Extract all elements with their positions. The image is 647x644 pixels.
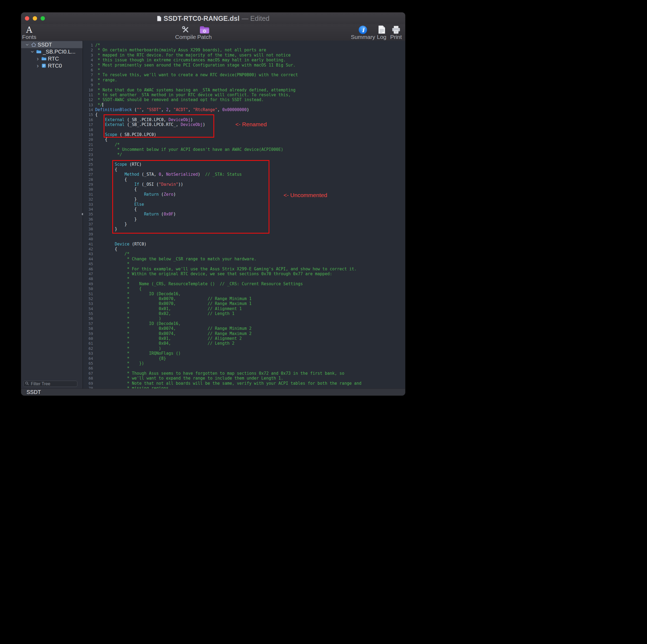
- line-number: 61: [83, 341, 93, 346]
- line-number: 15: [83, 112, 93, 117]
- code-line: * 0x0070, // Range Maximum 1: [95, 301, 405, 306]
- chevron-right-icon[interactable]: ›: [36, 64, 40, 68]
- line-number: 44: [83, 257, 93, 261]
- line-number: 5: [83, 63, 93, 68]
- code-line: * On certain motherboards(mainly Asus X2…: [95, 48, 405, 53]
- sidebar-item-label: _SB.PCI0.L...: [43, 49, 75, 55]
- line-number: 7: [83, 72, 93, 77]
- chevron-down-icon[interactable]: ›: [30, 50, 34, 54]
- line-number: 23: [83, 152, 93, 157]
- filter-tree-input[interactable]: [30, 381, 75, 387]
- line-number: 12: [83, 97, 93, 102]
- sidebar-item-rtc[interactable]: ›RTC: [21, 55, 82, 62]
- line-number: 22: [83, 147, 93, 152]
- code-line: * 0x04, // Length 2: [95, 341, 405, 346]
- line-number: 33: [83, 202, 93, 207]
- code-line: * 0x02, // Length 1: [95, 311, 405, 316]
- code-line: External (_SB_.PCI0.LPC0.RTC_, DeviceObj…: [95, 122, 405, 127]
- code-line: {: [95, 112, 405, 117]
- code-line: /*: [95, 251, 405, 256]
- line-number: 67: [83, 371, 93, 376]
- sidebar-item-sb-pci0-l[interactable]: ›_SB.PCI0.L...: [21, 48, 82, 55]
- code-lines: /* * On certain motherboards(mainly Asus…: [95, 43, 405, 389]
- log-button[interactable]: Log: [377, 25, 386, 40]
- code-line: * we'll want to expand the range to incl…: [95, 376, 405, 381]
- line-number: 21: [83, 142, 93, 147]
- line-number: 9: [83, 82, 93, 87]
- code-line: {: [95, 207, 405, 212]
- titlebar[interactable]: SSDT-RTC0-RANGE.dsl — Edited: [21, 12, 405, 25]
- line-number: 63: [83, 351, 93, 356]
- code-line: * 0x0070, // Range Minimum 1: [95, 296, 405, 301]
- code-line: * {8}: [95, 356, 405, 361]
- compile-tools-icon: [181, 25, 190, 34]
- line-number: 50: [83, 286, 93, 291]
- code-line: *: [95, 276, 405, 281]
- code-line: * missing regions.: [95, 386, 405, 389]
- line-number: 56: [83, 316, 93, 321]
- line-number: 27: [83, 172, 93, 177]
- code-line: /*: [95, 43, 405, 48]
- code-line: * Note that due to AWAC systems having a…: [95, 88, 405, 92]
- line-number: 6: [83, 68, 93, 72]
- line-number: 24: [83, 157, 93, 162]
- line-number: 53: [83, 301, 93, 306]
- patch-folder-icon: [199, 25, 210, 34]
- code-line: * Within the original RTC device, we see…: [95, 271, 405, 276]
- search-icon: [25, 382, 29, 386]
- status-bar: SSDT: [21, 389, 405, 396]
- code-line: {: [95, 167, 405, 172]
- text-cursor: [102, 103, 103, 107]
- code-editor[interactable]: 1234567891011121314151617181920212223242…: [83, 41, 405, 389]
- summary-info-icon: i: [359, 25, 367, 34]
- code-line: Return (Zero): [95, 192, 405, 197]
- chevron-right-icon[interactable]: ›: [36, 57, 40, 61]
- line-number: 34: [83, 207, 93, 212]
- print-button[interactable]: Print: [390, 25, 402, 40]
- line-number: 69: [83, 381, 93, 386]
- code-line: * {: [95, 286, 405, 291]
- code-line: */: [95, 102, 405, 107]
- line-number: 4: [83, 58, 93, 63]
- filter-tree-field[interactable]: [23, 381, 77, 387]
- chevron-down-icon[interactable]: ›: [25, 43, 29, 47]
- patch-button[interactable]: Patch: [197, 25, 212, 40]
- code-line: If (_OSI ("Darwin")): [95, 182, 405, 187]
- line-number: 1: [83, 43, 93, 48]
- line-number: 16: [83, 117, 93, 122]
- line-numbers: 1234567891011121314151617181920212223242…: [83, 43, 95, 389]
- line-number: 3: [83, 53, 93, 58]
- code-line: * to set another _STA method in your RTC…: [95, 92, 405, 97]
- main-content: ›SSDT›_SB.PCI0.L...›RTC›RTC0 12345678910…: [21, 41, 405, 389]
- sidebar-item-label: RTC: [48, 56, 59, 62]
- code-line: *: [95, 68, 405, 72]
- line-number: 13: [83, 102, 93, 107]
- code-line: Return (0x0F): [95, 212, 405, 217]
- line-number: 26: [83, 167, 93, 172]
- fonts-button[interactable]: A Fonts: [22, 25, 37, 40]
- sidebar-item-label: SSDT: [38, 42, 52, 48]
- line-number: 14: [83, 107, 93, 112]
- code-line: * 0x01, // Alignment 2: [95, 336, 405, 341]
- line-number: 8: [83, 78, 93, 82]
- line-number: 11: [83, 92, 93, 97]
- sidebar-item-ssdt[interactable]: ›SSDT: [21, 41, 82, 48]
- line-number: 51: [83, 292, 93, 296]
- folder-icon: [41, 57, 47, 61]
- line-number: 43: [83, 251, 93, 256]
- line-number: 57: [83, 321, 93, 326]
- line-number: 17: [83, 122, 93, 127]
- code-line: {: [95, 137, 405, 142]
- code-line: * 0x0074, // Range Minimum 2: [95, 326, 405, 331]
- compile-button[interactable]: Compile: [175, 25, 196, 40]
- code-line: }: [95, 227, 405, 231]
- sidebar-item-rtc0[interactable]: ›RTC0: [21, 62, 82, 69]
- line-number: 40: [83, 237, 93, 241]
- compile-label: Compile: [175, 34, 196, 40]
- code-line: * IO (Decode16,: [95, 321, 405, 326]
- line-number: 46: [83, 266, 93, 271]
- code-line: * Note that not all boards will be the s…: [95, 381, 405, 386]
- code-line: * IRQNoFlags (): [95, 351, 405, 356]
- maciasl-window: SSDT-RTC0-RANGE.dsl — Edited A Fonts Com…: [21, 12, 405, 396]
- summary-button[interactable]: i Summary: [351, 25, 375, 40]
